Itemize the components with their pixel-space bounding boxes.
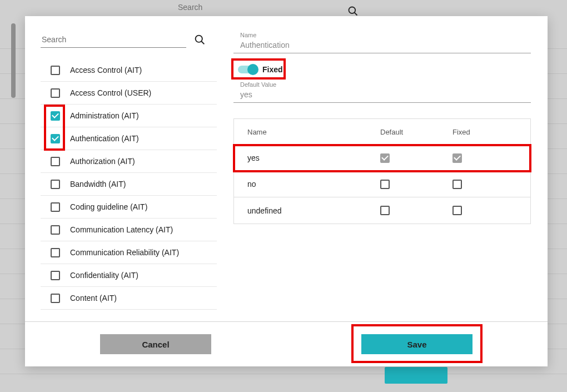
list-item-label: Authentication (AIT) xyxy=(70,134,139,143)
list-item-label: Confidentiality (AIT) xyxy=(70,271,138,280)
fixed-toggle[interactable] xyxy=(238,66,257,73)
table-row: undefined xyxy=(234,197,530,224)
checkbox-icon[interactable] xyxy=(452,206,462,215)
col-name-header: Name xyxy=(234,128,380,136)
list-item[interactable]: Access Control (USER) xyxy=(41,82,217,105)
cell-default xyxy=(380,206,452,215)
svg-line-3 xyxy=(201,41,204,44)
cell-name: undefined xyxy=(234,206,380,215)
svg-line-1 xyxy=(355,13,357,16)
fixed-toggle-label: Fixed xyxy=(262,65,283,74)
default-value-field: Default Value yes xyxy=(233,81,531,103)
cell-name: no xyxy=(234,180,380,188)
checkbox-icon[interactable] xyxy=(51,271,60,280)
modal-dialog: Access Control (AIT)Access Control (USER… xyxy=(25,16,548,366)
checkbox-icon[interactable] xyxy=(380,206,390,215)
search-input[interactable] xyxy=(41,32,186,48)
cell-fixed xyxy=(452,180,530,189)
name-label: Name xyxy=(240,32,531,38)
search-icon[interactable] xyxy=(194,34,206,46)
checkbox-icon[interactable] xyxy=(51,180,60,189)
list-item-label: Communication Reliability (AIT) xyxy=(70,248,179,257)
list-item-label: Authorization (AIT) xyxy=(70,157,135,166)
default-value[interactable]: yes xyxy=(240,90,531,101)
fixed-toggle-row: Fixed xyxy=(233,60,283,79)
search-icon xyxy=(347,6,359,17)
list-item[interactable]: Authentication (AIT) xyxy=(41,127,217,150)
list-item-label: Coding guideline (AIT) xyxy=(70,202,147,211)
list-item[interactable]: Confidentiality (AIT) xyxy=(41,264,217,287)
name-field: Name Authentication xyxy=(233,32,531,53)
checkbox-icon[interactable] xyxy=(51,225,60,235)
list-item[interactable]: Bandwidth (AIT) xyxy=(41,173,217,196)
cell-fixed xyxy=(452,206,530,215)
cell-default xyxy=(380,153,452,163)
table-row: yes xyxy=(234,145,530,171)
checkbox-icon[interactable] xyxy=(380,180,390,189)
save-button[interactable]: Save xyxy=(361,334,472,354)
svg-point-2 xyxy=(196,36,202,42)
col-fixed-header: Fixed xyxy=(452,128,530,136)
cancel-button[interactable]: Cancel xyxy=(100,334,211,354)
list-item[interactable]: Communication Latency (AIT) xyxy=(41,219,217,241)
checkbox-icon[interactable] xyxy=(51,157,60,166)
list-item[interactable]: Authorization (AIT) xyxy=(41,150,217,173)
checkbox-icon[interactable] xyxy=(51,111,60,121)
list-item[interactable]: Communication Reliability (AIT) xyxy=(41,241,217,264)
bg-primary-button xyxy=(385,367,447,384)
list-item[interactable]: Content (AIT) xyxy=(41,287,217,310)
list-item[interactable]: Coding guideline (AIT) xyxy=(41,196,217,219)
modal-footer: Cancel Save xyxy=(25,321,548,366)
modal-body: Access Control (AIT)Access Control (USER… xyxy=(25,16,548,321)
bg-search-placeholder: Search xyxy=(178,3,202,12)
list-item-label: Administration (AIT) xyxy=(70,111,139,120)
cell-default xyxy=(380,180,452,189)
cell-fixed xyxy=(452,153,530,163)
table-row: no xyxy=(234,171,530,197)
checkbox-icon[interactable] xyxy=(51,294,60,303)
list-item-label: Access Control (AIT) xyxy=(70,66,142,75)
values-table: Name Default Fixed yesnoundefined xyxy=(233,118,531,224)
list-item[interactable]: Administration (AIT) xyxy=(41,105,217,127)
right-pane: Name Authentication Fixed Default Value … xyxy=(217,16,548,321)
list-item[interactable]: Access Control (AIT) xyxy=(41,59,217,82)
svg-point-0 xyxy=(349,7,356,14)
checkbox-icon[interactable] xyxy=(51,134,60,143)
list-item-label: Communication Latency (AIT) xyxy=(70,225,173,234)
list-item-label: Content (AIT) xyxy=(70,294,117,302)
col-default-header: Default xyxy=(380,128,452,136)
list-item-label: Access Control (USER) xyxy=(70,88,151,97)
default-value-label: Default Value xyxy=(240,81,531,88)
checkbox-icon[interactable] xyxy=(51,248,60,257)
checkbox-icon[interactable] xyxy=(51,88,60,98)
checkbox-icon[interactable] xyxy=(452,153,462,163)
bg-scrollbar xyxy=(11,23,16,98)
cell-name: yes xyxy=(234,153,380,162)
left-pane: Access Control (AIT)Access Control (USER… xyxy=(25,16,217,321)
name-value[interactable]: Authentication xyxy=(240,41,531,52)
checkbox-icon[interactable] xyxy=(452,180,462,189)
checkbox-list[interactable]: Access Control (AIT)Access Control (USER… xyxy=(41,59,217,321)
checkbox-icon[interactable] xyxy=(51,66,60,75)
list-item-label: Bandwidth (AIT) xyxy=(70,180,126,188)
search-row xyxy=(41,32,206,48)
checkbox-icon[interactable] xyxy=(380,153,390,163)
table-header: Name Default Fixed xyxy=(234,119,530,145)
bg-search-bar: Search xyxy=(0,0,567,14)
checkbox-icon[interactable] xyxy=(51,202,60,212)
